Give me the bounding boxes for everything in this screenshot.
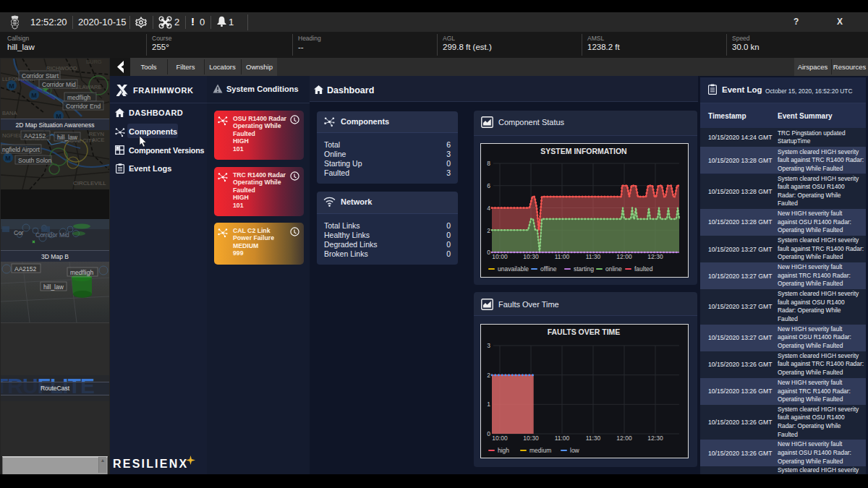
svg-text:1: 1 (487, 401, 490, 408)
svg-text:10:30: 10:30 (523, 435, 539, 442)
svg-text:10:30: 10:30 (523, 253, 539, 260)
svg-text:8: 8 (487, 160, 490, 167)
svg-text:medium: medium (529, 447, 551, 454)
svg-text:2: 2 (487, 372, 490, 379)
svg-text:6: 6 (487, 182, 490, 189)
svg-text:3: 3 (487, 342, 490, 349)
svg-text:high: high (498, 447, 509, 454)
svg-text:11:30: 11:30 (586, 435, 601, 442)
svg-text:0: 0 (487, 249, 490, 256)
svg-text:11:00: 11:00 (555, 253, 570, 260)
svg-text:4: 4 (487, 205, 490, 212)
svg-text:11:00: 11:00 (555, 435, 570, 442)
svg-text:online: online (605, 265, 622, 273)
svg-text:12:00: 12:00 (616, 253, 632, 260)
svg-text:Corridor Mid: Corridor Mid (35, 231, 69, 239)
svg-text:Cor: Cor (14, 229, 24, 236)
svg-text:2: 2 (487, 227, 490, 234)
svg-text:offline: offline (540, 265, 557, 273)
svg-text:11:30: 11:30 (586, 253, 601, 260)
svg-text:12:00: 12:00 (616, 435, 632, 442)
svg-text:10:00: 10:00 (492, 435, 508, 442)
svg-text:unavailable: unavailable (498, 265, 529, 273)
svg-text:10:00: 10:00 (492, 253, 508, 260)
svg-text:starting: starting (574, 265, 594, 273)
svg-text:12:30: 12:30 (647, 435, 663, 442)
svg-text:FAULTS OVER TIME: FAULTS OVER TIME (548, 328, 621, 336)
svg-text:SYSTEM INFORMATION: SYSTEM INFORMATION (540, 147, 626, 155)
svg-text:low: low (570, 447, 580, 454)
svg-text:faulted: faulted (634, 265, 653, 273)
svg-text:12:30: 12:30 (647, 253, 663, 260)
svg-text:0: 0 (487, 430, 490, 437)
